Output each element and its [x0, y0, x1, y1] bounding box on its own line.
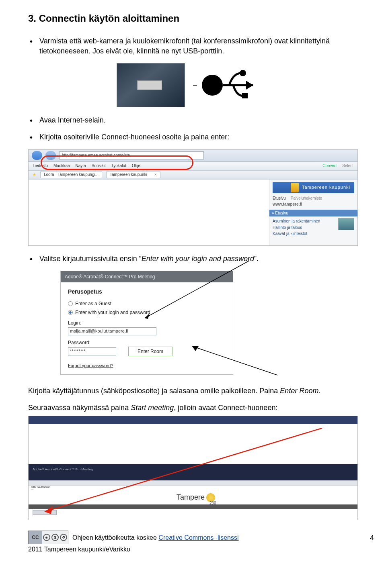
side-thumb-icon [338, 218, 354, 230]
browser-tab-1[interactable]: Loora - Tampereen kaupungi... [40, 171, 102, 178]
tampere-shield-icon [291, 183, 299, 192]
instruction-next: Seuraavassa näkymässä paina Start meetin… [28, 403, 358, 412]
side-tab-palvelu[interactable]: Palveluhakemisto [291, 196, 322, 201]
usb-illustration-row [117, 63, 358, 107]
start-meeting-screenshot: Adobe® Acrobat® Connect™ Pro Meeting VIR… [28, 416, 358, 520]
annotation-red-arrow [29, 416, 358, 520]
radio-login[interactable] [68, 310, 73, 315]
radio-login-row[interactable]: Enter with your login and password [68, 309, 226, 316]
bullet-1: Varmista että web-kamera ja kuulokemikro… [28, 36, 358, 56]
annotation-oval [41, 155, 193, 170]
browser-screenshot: http://tampere.emea.acrobat.com/virta Ti… [28, 149, 358, 246]
login-label: Login: [68, 320, 226, 326]
usb-port-photo [117, 63, 185, 107]
svg-point-4 [240, 70, 246, 76]
nav-back-icon [32, 151, 42, 160]
browser-content-left [29, 180, 269, 246]
footer-text: Ohjeen käyttöoikeutta koskee [72, 534, 158, 541]
password-input[interactable]: ********* [68, 347, 116, 355]
svg-rect-5 [242, 93, 248, 98]
radio-guest[interactable] [68, 301, 73, 306]
cc-by-icon: ⍟ [43, 534, 50, 541]
page-number: 4 [370, 533, 374, 543]
bullet-4: Valitse kirjautumissivulta ensin ”Enter … [28, 254, 358, 263]
login-screenshot: Adobe® Acrobat® Connect™ Pro Meeting Per… [60, 271, 285, 375]
cc-sa-icon: ⟲ [60, 534, 67, 541]
password-label: Password: [68, 339, 226, 346]
instruction-after-login: Kirjoita käyttäjätunnus (sähköpostiosoit… [28, 386, 358, 396]
svg-marker-11 [45, 506, 53, 514]
footer-line2: 2011 Tampereen kaupunki/eVarikko [28, 545, 358, 554]
tampere-banner: Tampereen kaupunki [273, 182, 354, 193]
usb-logo-icon [193, 67, 257, 103]
side-www: www.tampere.fi [273, 202, 354, 207]
radio-guest-row[interactable]: Enter as a Guest [68, 300, 226, 307]
svg-point-1 [202, 75, 223, 96]
menu-select[interactable]: Select [342, 163, 353, 169]
radio-guest-label: Enter as a Guest [75, 300, 111, 307]
svg-marker-3 [246, 81, 253, 90]
bullet-2: Avaa Internet-selain. [28, 115, 358, 125]
radio-login-label: Enter with your login and password [75, 309, 150, 316]
login-title: Perusopetus [68, 288, 226, 296]
forgot-password-link[interactable]: Forgot your password? [68, 363, 113, 369]
browser-tab-row: ★ Loora - Tampereen kaupungi... Tamperee… [29, 171, 357, 180]
favorites-star-icon[interactable]: ★ [33, 172, 36, 178]
browser-sidebar: Tampereen kaupunki Etusivu Palveluhakemi… [269, 180, 357, 246]
login-input[interactable]: maija.malli@koulut.tampere.fi [68, 327, 156, 335]
bullet-3: Kirjoita osoiteriville Connect-huoneesi … [28, 132, 358, 142]
footer-cc-link[interactable]: Creative Commons -lisenssi [158, 534, 238, 541]
cc-nc-icon: $ [51, 534, 59, 541]
side-section-head: » Etusivu [269, 210, 357, 217]
enter-room-button[interactable]: Enter Room [128, 347, 172, 356]
section-heading: 3. Connectin käytön aloittaminen [28, 12, 358, 25]
cc-badge-icon: CC ⍟ $ ⟲ [28, 531, 68, 544]
menu-convert[interactable]: Convert [322, 163, 337, 169]
side-link-3[interactable]: Kaavat ja kiinteistöt [273, 231, 354, 237]
page-footer: CC ⍟ $ ⟲ Ohjeen käyttöoikeutta koskee Cr… [28, 531, 358, 544]
side-tab-etusivu[interactable]: Etusivu [273, 196, 286, 201]
svg-line-10 [45, 428, 322, 512]
browser-tab-2[interactable]: Tampereen kaupunki× [106, 171, 160, 178]
login-header: Adobe® Acrobat® Connect™ Pro Meeting [61, 271, 233, 282]
